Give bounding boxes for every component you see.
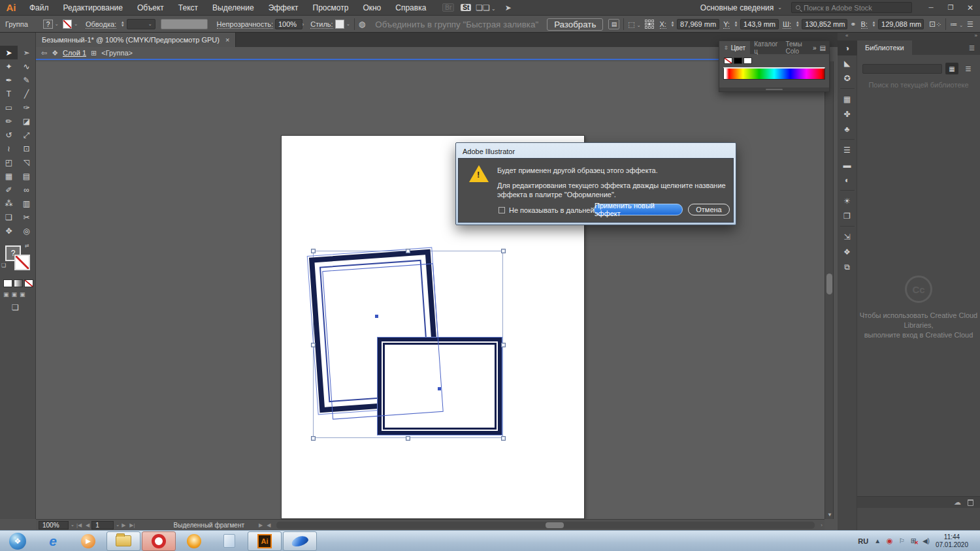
style-label[interactable]: Стиль: bbox=[310, 20, 333, 29]
panel-resize-grip[interactable] bbox=[719, 87, 829, 91]
swatch-catalog-icon[interactable]: ◣ bbox=[838, 55, 857, 71]
eyedropper-tool[interactable]: ✐ bbox=[0, 183, 18, 197]
scroll-right-icon[interactable]: › bbox=[821, 522, 823, 528]
default-fill-stroke-icon[interactable]: ❏ bbox=[1, 262, 6, 268]
menu-item[interactable]: Объект bbox=[130, 0, 171, 16]
menu-item[interactable]: Файл bbox=[22, 0, 56, 16]
hidden-icons-button[interactable]: ▲ bbox=[874, 537, 881, 544]
swap-fill-stroke-icon[interactable]: ⇄ bbox=[25, 243, 29, 249]
width-input[interactable]: 130,852 mm bbox=[802, 19, 847, 29]
eraser-tool[interactable]: ◪ bbox=[18, 114, 35, 128]
pen-tool[interactable]: ✒ bbox=[0, 73, 18, 87]
type-tool[interactable]: T bbox=[0, 87, 18, 101]
x-input[interactable]: 87,969 mm bbox=[677, 19, 719, 29]
graphic-styles-icon[interactable]: ❐ bbox=[838, 208, 857, 223]
stroke-icon[interactable]: ☰ bbox=[838, 142, 857, 157]
style-swatch[interactable] bbox=[335, 20, 344, 29]
taskbar-illustrator[interactable]: Ai bbox=[248, 531, 282, 551]
arrange-documents-icon[interactable]: ❏❏ ⌄ bbox=[476, 3, 495, 12]
color-guide-icon[interactable]: ✪ bbox=[838, 71, 857, 86]
curvature-tool[interactable]: ✎ bbox=[18, 73, 35, 87]
menu-item[interactable]: Редактирование bbox=[56, 0, 130, 16]
selection-handle-tr[interactable] bbox=[501, 249, 506, 253]
collapse-panels-icon[interactable]: « bbox=[845, 33, 848, 39]
back-arrow-icon[interactable]: ⇦ bbox=[41, 49, 47, 57]
document-setup-icon[interactable]: ◍ bbox=[359, 20, 365, 29]
taskbar-bittorrent[interactable] bbox=[177, 531, 211, 551]
lasso-tool[interactable]: ∿ bbox=[18, 59, 35, 73]
y-input[interactable]: 143,9 mm bbox=[740, 19, 779, 29]
draw-behind-icon[interactable]: ▣ bbox=[12, 291, 18, 298]
draw-inside-icon[interactable]: ▣ bbox=[20, 291, 25, 298]
selection-handle-t[interactable] bbox=[406, 249, 410, 253]
height-input[interactable]: 129,088 mm bbox=[878, 19, 924, 29]
vertical-scrollbar-thumb[interactable] bbox=[826, 274, 832, 294]
symbols-icon[interactable]: ♣ bbox=[838, 121, 857, 136]
tab-color[interactable]: ⇳Цвет bbox=[719, 41, 750, 54]
stroke-weight-stepper[interactable]: ▲▼ bbox=[120, 19, 125, 29]
horizontal-scrollbar[interactable] bbox=[276, 522, 815, 529]
adobe-stock-search[interactable]: Поиск в Adobe Stock bbox=[791, 2, 912, 13]
slice-tool[interactable]: ✂ bbox=[18, 210, 35, 224]
white-swatch[interactable] bbox=[743, 57, 752, 64]
zoom-tool[interactable]: ◎ bbox=[18, 224, 35, 238]
fill-swatch[interactable]: ? bbox=[43, 20, 52, 29]
transparency-icon[interactable]: ◐ bbox=[838, 172, 857, 187]
status-collapse-icon[interactable]: ◀ bbox=[267, 522, 270, 528]
magic-wand-tool[interactable]: ✦ bbox=[0, 59, 18, 73]
free-transform-tool[interactable]: ⊡ bbox=[18, 142, 35, 155]
reference-point-selector[interactable] bbox=[645, 20, 654, 29]
paintbrush-tool[interactable]: ✑ bbox=[18, 101, 35, 114]
fill-stroke-indicator[interactable]: ⇄ ? ❏ bbox=[5, 245, 31, 272]
artboards-icon[interactable]: ⧉ bbox=[838, 259, 857, 274]
asset-export-icon[interactable]: ⇲ bbox=[838, 229, 857, 244]
breadcrumb-layer[interactable]: Слой 1 bbox=[63, 49, 86, 57]
share-icon[interactable]: ➤ bbox=[505, 3, 512, 12]
status-menu-icon[interactable]: ▶ bbox=[259, 522, 263, 528]
hand-tool[interactable]: ✥ bbox=[0, 224, 18, 238]
panel-menu-icon[interactable]: ▤ bbox=[820, 44, 826, 52]
canvas[interactable] bbox=[36, 61, 825, 519]
mesh-tool[interactable]: ▦ bbox=[0, 169, 18, 183]
apply-new-effect-button[interactable]: Применить новый эффект bbox=[594, 204, 683, 215]
tab-libraries[interactable]: Библиотеки bbox=[857, 40, 912, 55]
none-swatch[interactable] bbox=[724, 57, 732, 64]
symbol-sprayer-tool[interactable]: ⁂ bbox=[0, 197, 18, 210]
perspective-grid-tool[interactable]: ◹ bbox=[18, 155, 35, 169]
workspace-switcher[interactable]: Основные сведения⌄ bbox=[700, 3, 782, 12]
width-tool[interactable]: ≀ bbox=[0, 142, 18, 155]
x-stepper[interactable]: ▲▼ bbox=[670, 19, 676, 29]
rectangle-tool[interactable]: ▭ bbox=[0, 101, 18, 114]
taskbar-notepad[interactable] bbox=[212, 531, 246, 551]
selection-handle-l[interactable] bbox=[311, 343, 316, 347]
center-anchor-1[interactable] bbox=[375, 315, 378, 318]
opacity-value[interactable]: 100% bbox=[275, 19, 302, 29]
zoom-level[interactable]: 100% bbox=[39, 521, 69, 529]
stroke-weight-label[interactable]: Обводка: bbox=[86, 20, 116, 29]
tab-close-icon[interactable]: × bbox=[225, 36, 229, 44]
menu-item[interactable]: Просмотр bbox=[306, 0, 356, 16]
clock[interactable]: 11:44 07.01.2020 bbox=[936, 533, 968, 549]
transform-icon[interactable]: ⊡ bbox=[929, 20, 936, 29]
selection-handle-b[interactable] bbox=[406, 436, 410, 441]
blend-tool[interactable]: ∞ bbox=[18, 183, 35, 197]
none-button[interactable] bbox=[24, 279, 33, 287]
bridge-icon[interactable]: Br bbox=[442, 3, 454, 12]
isolate-icon[interactable]: ▤ bbox=[608, 19, 619, 29]
pencil-tool[interactable]: ✏ bbox=[0, 114, 18, 128]
scroll-down-icon[interactable]: ▼ bbox=[827, 512, 832, 518]
opacity-label[interactable]: Непрозрачность: bbox=[217, 20, 273, 29]
restore-button[interactable]: ❐ bbox=[941, 0, 960, 16]
taskbar-opera[interactable] bbox=[142, 531, 176, 551]
next-artboard-icon[interactable]: ▶ bbox=[122, 522, 125, 528]
graph-tool[interactable]: ▥ bbox=[18, 197, 35, 210]
gradient-button[interactable] bbox=[14, 279, 23, 287]
language-indicator[interactable]: RU bbox=[858, 537, 868, 545]
selection-handle-r[interactable] bbox=[501, 343, 506, 347]
vertical-scrollbar[interactable]: ▼ bbox=[825, 61, 834, 519]
menu-item[interactable]: Выделение bbox=[205, 0, 261, 16]
minimize-button[interactable]: ─ bbox=[921, 0, 941, 16]
variable-width-profile-select[interactable] bbox=[161, 19, 208, 29]
brushes-icon[interactable]: ✤ bbox=[838, 106, 857, 121]
horizontal-scrollbar-thumb[interactable] bbox=[546, 522, 564, 528]
